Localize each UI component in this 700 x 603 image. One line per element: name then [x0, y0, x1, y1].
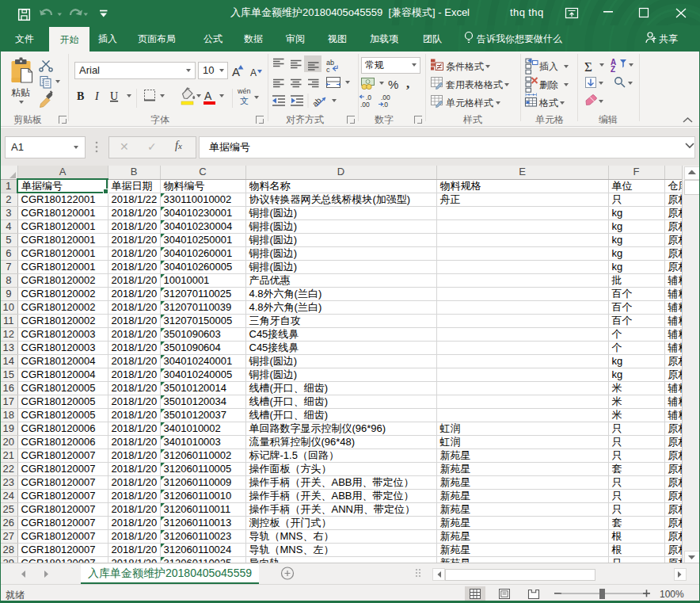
svg-text:U: U [110, 90, 118, 102]
svg-text:,: , [406, 76, 409, 91]
svg-text:Σ: Σ [584, 59, 592, 74]
svg-text:.0: .0 [382, 101, 388, 109]
svg-text:Z: Z [611, 65, 615, 74]
svg-text:wén: wén [237, 87, 251, 95]
svg-text:文: 文 [240, 96, 249, 105]
svg-text:c: c [326, 66, 330, 74]
svg-text:%: % [388, 78, 398, 91]
svg-text:.00: .00 [360, 101, 370, 109]
svg-text:B: B [77, 90, 84, 102]
svg-text:I: I [94, 90, 100, 102]
svg-text:A: A [232, 65, 240, 78]
svg-text:A: A [250, 67, 257, 78]
svg-text:A: A [204, 90, 212, 102]
